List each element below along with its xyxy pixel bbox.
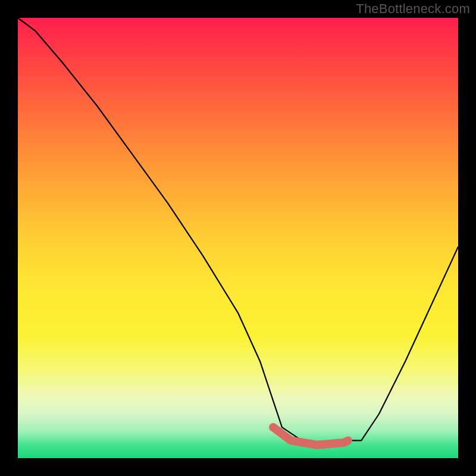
- optimal-range-start-dot: [269, 423, 277, 431]
- chart-svg: [18, 18, 458, 458]
- bottleneck-curve: [18, 18, 458, 445]
- chart-frame: TheBottleneck.com: [0, 0, 476, 476]
- plot-area: [18, 18, 458, 458]
- watermark-text: TheBottleneck.com: [356, 1, 470, 17]
- optimal-range-highlight: [273, 427, 348, 445]
